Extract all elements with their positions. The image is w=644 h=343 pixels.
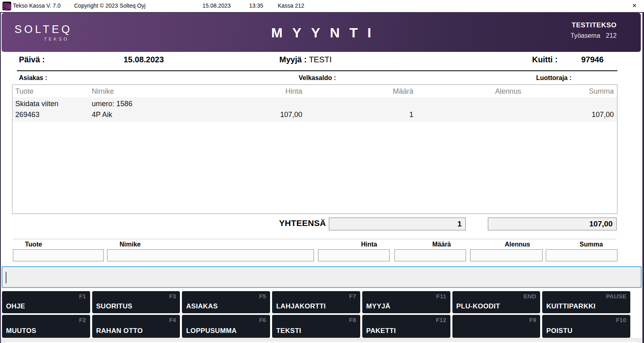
store-info: TESTITEKSO Työasema212 [570, 21, 617, 39]
entry-divider-line [13, 239, 617, 239]
store-name: TESTITEKSO [570, 21, 617, 29]
fkey-shortcut: F3 [169, 293, 176, 300]
fkey-shortcut: F5 [259, 293, 266, 300]
sale-line-band[interactable]: Skidata viiten umero: 1586 269463 4P Aik… [12, 97, 617, 122]
maara-input[interactable] [394, 249, 466, 261]
page-title: MYYNTI [2, 25, 641, 41]
titlebar: Tekso Kassa V. 7.0 Copyright © 2023 Solt… [0, 0, 644, 12]
fkey-button-lahjakortti[interactable]: LAHJAKORTTI F7 [272, 291, 360, 313]
date-label: Päivä : [19, 55, 45, 64]
fkey-button-paketti[interactable]: PAKETTI F12 [362, 315, 450, 338]
function-key-row-2: MUUTOS F2 RAHAN OTTO F4 LOPPUSUMMA F6 TE… [2, 315, 630, 338]
entry-label-summa: Summa [580, 241, 603, 248]
nimike-input[interactable] [107, 249, 314, 261]
debt-balance-label: Velkasaldo : [299, 74, 336, 82]
cell-summa: 107,00 [522, 109, 617, 120]
fkey-label: MUUTOS [6, 327, 36, 335]
fkey-button-teksti[interactable]: TEKSTI F8 [272, 315, 360, 338]
cell-hinta [226, 99, 303, 109]
col-header-nimike: Nimike [89, 87, 226, 97]
seller-value: TESTI [309, 55, 332, 64]
fkey-shortcut: F1 [79, 293, 86, 300]
customer-label: Asiakas : [19, 74, 47, 82]
date-value: 15.08.2023 [124, 55, 164, 64]
fkey-button-myyja[interactable]: MYYJÄ F11 [362, 291, 450, 313]
titlebar-station: Kassa 212 [278, 2, 304, 9]
cell-alennus [417, 109, 522, 120]
cell-maara [303, 99, 417, 109]
tuote-input[interactable] [13, 249, 104, 261]
entry-label-hinta: Hinta [361, 241, 377, 248]
fkey-label: OHJE [6, 302, 25, 310]
titlebar-time: 13:35 [249, 2, 263, 9]
col-header-tuote: Tuote [12, 87, 89, 97]
fkey-button-kuittiparkki[interactable]: KUITTIPARKKI PAUSE [542, 291, 630, 313]
fkey-shortcut: F8 [349, 316, 356, 323]
divider-line [17, 70, 617, 71]
cell-nimike: umero: 1586 [89, 99, 226, 109]
titlebar-date: 15.08.2023 [202, 2, 231, 9]
fkey-button-muutos[interactable]: MUUTOS F2 [2, 315, 90, 338]
total-label: YHTEENSÄ [242, 218, 326, 228]
table-header-row: Tuote Nimike Hinta Määrä Alennus Summa [12, 85, 617, 97]
fkey-label: POISTU [546, 327, 572, 335]
bottom-strip [1, 338, 642, 343]
cell-tuote: Skidata viiten [12, 99, 89, 109]
fkey-label: RAHAN OTTO [96, 327, 143, 335]
seller-info: Myyjä : TESTI [279, 55, 309, 64]
fkey-shortcut: F9 [529, 316, 537, 323]
entry-label-tuote: Tuote [25, 241, 42, 248]
summa-input[interactable] [546, 249, 617, 261]
fkey-label: LAHJAKORTTI [276, 302, 326, 310]
fkey-label: PAKETTI [366, 327, 396, 335]
hinta-input[interactable] [318, 249, 390, 261]
fkey-label: TEKSTI [276, 327, 301, 335]
cell-tuote: 269463 [12, 109, 89, 120]
pos-window: SOLTEQ TEKSO MYYNTI TESTITEKSO Työasema2… [0, 12, 644, 343]
cell-hinta: 107,00 [226, 109, 303, 120]
col-header-alennus: Alennus [417, 87, 522, 97]
total-sum-box: 107,00 [488, 218, 617, 230]
entry-label-maara: Määrä [432, 241, 451, 248]
fkey-button-f9-empty[interactable]: F9 [452, 315, 541, 338]
copyright-text: Copyright © 2023 Solteq Oyj [74, 2, 146, 9]
fkey-shortcut: F10 [616, 316, 626, 323]
workstation-label: Työasema [570, 32, 600, 39]
fkey-button-ohje[interactable]: OHJE F1 [2, 291, 90, 313]
credit-limit-label: Luottoraja : [536, 74, 572, 82]
fkey-label: MYYJÄ [366, 302, 390, 310]
fkey-shortcut: F2 [79, 316, 86, 323]
cell-summa [522, 99, 617, 109]
fkey-shortcut: F6 [259, 316, 266, 323]
workstation-number: 212 [606, 32, 617, 39]
total-quantity-box: 1 [329, 218, 466, 230]
fkey-button-poistu[interactable]: POISTU F10 [542, 315, 630, 338]
sale-header-banner: SOLTEQ TEKSO MYYNTI TESTITEKSO Työasema2… [2, 13, 641, 52]
sale-lines-table[interactable]: Tuote Nimike Hinta Määrä Alennus Summa S… [12, 84, 617, 214]
table-row[interactable]: Skidata viiten umero: 1586 [12, 99, 617, 109]
command-input[interactable] [2, 266, 642, 288]
fkey-shortcut: F11 [436, 293, 446, 300]
receipt-number-label: Kuitti : [532, 55, 557, 64]
close-icon[interactable]: ✕ [632, 2, 637, 9]
fkey-button-loppusumma[interactable]: LOPPUSUMMA F6 [182, 315, 270, 338]
fkey-label: PLU-KOODIT [456, 302, 500, 310]
fkey-button-plu-koodit[interactable]: PLU-KOODIT END [452, 291, 541, 313]
table-row[interactable]: 269463 4P Aik 107,00 1 107,00 [12, 109, 617, 120]
fkey-button-rahan-otto[interactable]: RAHAN OTTO F4 [92, 315, 180, 338]
fkey-shortcut: F7 [349, 293, 356, 300]
fkey-shortcut: F4 [169, 316, 176, 323]
alennus-input[interactable] [470, 249, 543, 261]
fkey-shortcut: F12 [436, 316, 446, 323]
col-header-summa: Summa [522, 87, 617, 97]
app-title: Tekso Kassa V. 7.0 [13, 2, 61, 9]
workstation-info: Työasema212 [570, 32, 617, 39]
fkey-label: ASIAKAS [186, 302, 218, 310]
fkey-button-suoritus[interactable]: SUORITUS F3 [92, 291, 180, 313]
text-cursor [6, 272, 6, 283]
fkey-shortcut: END [524, 293, 537, 300]
function-key-row-1: OHJE F1 SUORITUS F3 ASIAKAS F5 LAHJAKORT… [2, 291, 630, 313]
fkey-button-asiakas[interactable]: ASIAKAS F5 [182, 291, 270, 313]
receipt-number-value: 97946 [581, 55, 604, 64]
col-header-hinta: Hinta [226, 87, 303, 97]
